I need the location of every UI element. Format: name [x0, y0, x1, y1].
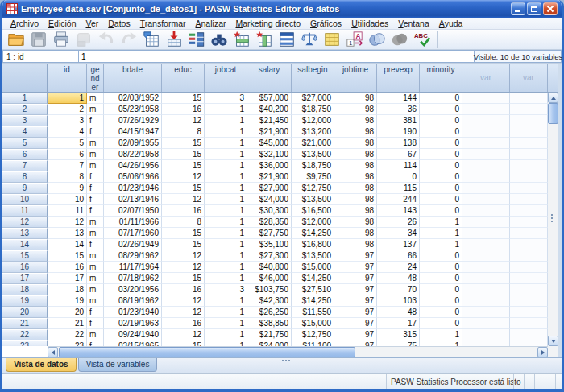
- cell-id[interactable]: 7: [48, 160, 87, 171]
- menu-ventana[interactable]: Ventana: [393, 18, 434, 29]
- cell-minority[interactable]: 0: [420, 273, 462, 284]
- cell-salbegin[interactable]: $13,500: [292, 250, 334, 262]
- cell-prevexp[interactable]: 70: [377, 284, 420, 295]
- cell-educ[interactable]: 8: [162, 126, 205, 138]
- cell-gender[interactable]: f: [87, 239, 104, 250]
- cell-gender[interactable]: m: [87, 160, 104, 171]
- cell-salary[interactable]: $36,000: [247, 160, 292, 171]
- cell-editor-input[interactable]: [79, 50, 475, 63]
- cell-gender[interactable]: m: [87, 138, 104, 149]
- cell-jobcat[interactable]: 1: [205, 149, 247, 160]
- cell-minority[interactable]: 1: [420, 340, 462, 346]
- cell-jobcat[interactable]: 1: [205, 295, 247, 307]
- cell-minority[interactable]: 0: [420, 126, 462, 138]
- cell-id[interactable]: 13: [48, 228, 87, 239]
- column-header-bdate[interactable]: bdate: [104, 64, 162, 92]
- cell-var2[interactable]: [510, 93, 548, 104]
- cell-minority[interactable]: 0: [420, 250, 462, 262]
- cell-gender[interactable]: f: [87, 318, 104, 329]
- cell-gender[interactable]: m: [87, 228, 104, 239]
- cell-salary[interactable]: $30,300: [247, 205, 292, 217]
- cell-jobtime[interactable]: 98: [334, 93, 377, 104]
- cell-bdate[interactable]: 03/20/1956: [104, 284, 162, 295]
- row-number[interactable]: 15: [2, 250, 48, 262]
- cell-var1[interactable]: [462, 250, 510, 262]
- scroll-up-button[interactable]: [548, 93, 558, 103]
- cell-salary[interactable]: $57,000: [247, 93, 292, 104]
- cell-jobcat[interactable]: 1: [205, 217, 247, 228]
- cell-minority[interactable]: 0: [420, 262, 462, 273]
- pane-splitter-horizontal[interactable]: [282, 360, 290, 361]
- cell-educ[interactable]: 12: [162, 250, 205, 262]
- cell-jobcat[interactable]: 1: [205, 138, 247, 149]
- cell-var1[interactable]: [462, 171, 510, 183]
- cell-id[interactable]: 4: [48, 126, 87, 138]
- cell-var1[interactable]: [462, 160, 510, 171]
- cell-salary[interactable]: $42,300: [247, 295, 292, 307]
- cell-salbegin[interactable]: $14,250: [292, 295, 334, 307]
- cell-educ[interactable]: 12: [162, 329, 205, 340]
- cell-jobcat[interactable]: 1: [205, 183, 247, 194]
- cell-salary[interactable]: $21,900: [247, 171, 292, 183]
- cell-prevexp[interactable]: 143: [377, 205, 420, 217]
- maximize-button[interactable]: [527, 2, 541, 15]
- cell-prevexp[interactable]: 144: [377, 93, 420, 104]
- cell-minority[interactable]: 0: [420, 115, 462, 126]
- row-number[interactable]: 10: [2, 194, 48, 205]
- horizontal-scrollbar[interactable]: [48, 346, 548, 357]
- row-number[interactable]: 20: [2, 307, 48, 318]
- cell-jobcat[interactable]: 1: [205, 340, 247, 346]
- cell-gender[interactable]: m: [87, 250, 104, 262]
- menu-ayuda[interactable]: Ayuda: [434, 18, 468, 29]
- cell-educ[interactable]: 12: [162, 295, 205, 307]
- cell-id[interactable]: 21: [48, 318, 87, 329]
- cell-jobtime[interactable]: 98: [334, 183, 377, 194]
- column-header-salary[interactable]: salary: [247, 64, 292, 92]
- row-number[interactable]: 6: [2, 149, 48, 160]
- cell-prevexp[interactable]: 66: [377, 250, 420, 262]
- column-header-prevexp[interactable]: prevexp: [377, 64, 420, 92]
- cell-prevexp[interactable]: 0: [377, 171, 420, 183]
- find-button[interactable]: [208, 30, 230, 49]
- cell-salary[interactable]: $40,800: [247, 262, 292, 273]
- insert-variable-button[interactable]: [253, 30, 276, 49]
- cell-salbegin[interactable]: $13,200: [292, 126, 334, 138]
- cell-prevexp[interactable]: 48: [377, 307, 420, 318]
- cell-jobtime[interactable]: 98: [334, 217, 377, 228]
- menu-edicion[interactable]: Edición: [44, 18, 81, 29]
- cell-jobtime[interactable]: 98: [334, 228, 377, 239]
- cell-var2[interactable]: [510, 183, 548, 194]
- cell-minority[interactable]: 1: [420, 239, 462, 250]
- split-file-button[interactable]: [276, 30, 298, 49]
- cell-gender[interactable]: f: [87, 171, 104, 183]
- cell-bdate[interactable]: 07/18/1962: [104, 273, 162, 284]
- cell-var1[interactable]: [462, 183, 510, 194]
- cell-var1[interactable]: [462, 126, 510, 138]
- cell-jobtime[interactable]: 98: [334, 126, 377, 138]
- cell-var2[interactable]: [510, 138, 548, 149]
- cell-jobtime[interactable]: 98: [334, 160, 377, 171]
- cell-gender[interactable]: m: [87, 217, 104, 228]
- menu-analizar[interactable]: Analizar: [191, 18, 231, 29]
- cell-minority[interactable]: 0: [420, 138, 462, 149]
- cell-salbegin[interactable]: $16,800: [292, 239, 334, 250]
- scroll-down-button[interactable]: [548, 336, 558, 346]
- cell-prevexp[interactable]: 103: [377, 295, 420, 307]
- cell-minority[interactable]: 0: [420, 295, 462, 307]
- cell-var1[interactable]: [462, 149, 510, 160]
- cell-jobtime[interactable]: 98: [334, 205, 377, 217]
- row-number[interactable]: 21: [2, 318, 48, 329]
- cell-salbegin[interactable]: $27,510: [292, 284, 334, 295]
- cell-var2[interactable]: [510, 318, 548, 329]
- use-variable-sets-button[interactable]: [366, 30, 388, 49]
- row-number[interactable]: 5: [2, 138, 48, 149]
- row-number[interactable]: 11: [2, 205, 48, 217]
- cell-educ[interactable]: 12: [162, 307, 205, 318]
- cell-id[interactable]: 22: [48, 329, 87, 340]
- cell-bdate[interactable]: 02/19/1963: [104, 318, 162, 329]
- cell-prevexp[interactable]: 26: [377, 217, 420, 228]
- cell-prevexp[interactable]: 48: [377, 273, 420, 284]
- cell-prevexp[interactable]: 24: [377, 262, 420, 273]
- value-labels-button[interactable]: [321, 30, 343, 49]
- cell-var2[interactable]: [510, 126, 548, 138]
